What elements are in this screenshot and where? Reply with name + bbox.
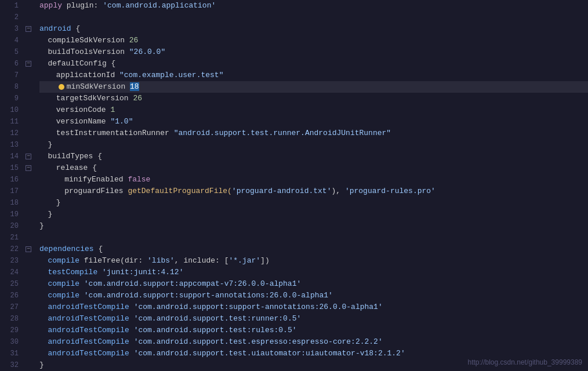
fold-icon[interactable]: − <box>26 246 31 252</box>
code-token: apply <box>39 0 62 12</box>
fold-gutter-cell <box>23 128 34 139</box>
fold-gutter-cell <box>23 116 34 128</box>
fold-icon[interactable]: − <box>26 154 31 159</box>
code-line: androidTestCompile 'com.android.support.… <box>39 325 588 336</box>
code-token: '*.jar' <box>228 255 260 267</box>
code-line: proguardFiles getDefaultProguardFile('pr… <box>39 186 588 197</box>
fold-icon[interactable]: − <box>26 26 31 32</box>
code-token: 'proguard-android.txt' <box>232 186 332 197</box>
code-content-area: apply plugin: 'com.android.application'a… <box>34 0 588 371</box>
code-token: compile <box>48 255 79 267</box>
code-token: { <box>94 243 103 255</box>
code-line: androidTestCompile 'com.android.support.… <box>39 336 588 348</box>
code-token: 'com.android.support:support-annotations… <box>84 290 333 301</box>
code-token: } <box>56 197 61 209</box>
line-number: 7 <box>0 70 19 81</box>
fold-gutter-cell <box>23 197 34 209</box>
code-token: androidTestCompile <box>48 336 129 348</box>
code-line: minifyEnabled false <box>39 174 588 186</box>
fold-gutter-cell <box>23 70 34 81</box>
line-number: 14 <box>0 151 19 162</box>
code-token: } <box>39 220 44 232</box>
code-line: } <box>39 209 588 220</box>
code-token: 'junit:junit:4.12' <box>102 267 183 278</box>
code-token: "26.0.0" <box>125 46 165 58</box>
code-token: "com.example.user.test" <box>115 70 223 81</box>
fold-gutter-cell <box>23 232 34 243</box>
code-line: defaultConfig { <box>39 58 588 70</box>
code-token: getDefaultProguardFile( <box>124 186 232 197</box>
line-number: 15 <box>0 162 19 174</box>
line-number: 8 <box>0 81 19 93</box>
code-token: 'com.android.support.test.uiautomator:ui… <box>134 348 405 359</box>
code-token: fileTree(dir: <box>79 255 147 267</box>
code-token: dependencies <box>39 243 94 255</box>
fold-gutter-cell <box>23 35 34 46</box>
code-token <box>129 348 134 359</box>
code-token: } <box>39 359 44 371</box>
code-line: dependencies { <box>39 243 588 255</box>
fold-gutter-cell: − <box>23 58 34 70</box>
code-line: versionCode 1 <box>39 104 588 116</box>
code-token: { <box>93 151 102 162</box>
fold-gutter-cell <box>23 81 34 93</box>
breakpoint-indicator <box>59 84 64 90</box>
code-token: testCompile <box>48 267 97 278</box>
code-token: { <box>88 162 97 174</box>
fold-gutter-cell <box>23 313 34 325</box>
code-line: testCompile 'junit:junit:4.12' <box>39 267 588 278</box>
code-line: targetSdkVersion 26 <box>39 93 588 104</box>
line-number: 29 <box>0 325 19 336</box>
code-line: compileSdkVersion 26 <box>39 35 588 46</box>
code-line: minSdkVersion 18 <box>39 81 588 93</box>
fold-gutter-area: −−−−− <box>23 0 34 371</box>
code-token: androidTestCompile <box>48 325 129 336</box>
line-number: 30 <box>0 336 19 348</box>
code-token: minSdkVersion <box>67 81 125 93</box>
code-token: release <box>56 162 88 174</box>
code-line: compile 'com.android.support:appcompat-v… <box>39 278 588 290</box>
code-token: compile <box>48 278 79 290</box>
code-token: false <box>124 174 151 186</box>
code-token: 'libs' <box>147 255 175 267</box>
fold-gutter-cell: − <box>23 23 34 35</box>
code-token: 'com.android.support.test:runner:0.5' <box>134 313 302 325</box>
line-number: 27 <box>0 301 19 313</box>
line-number: 9 <box>0 93 19 104</box>
code-token <box>79 278 84 290</box>
fold-gutter-cell <box>23 209 34 220</box>
line-number: 22 <box>0 243 19 255</box>
line-number: 25 <box>0 278 19 290</box>
code-token: testInstrumentationRunner <box>56 128 169 139</box>
code-token: proguardFiles <box>64 186 123 197</box>
code-line: androidTestCompile 'com.android.support:… <box>39 301 588 313</box>
fold-gutter-cell <box>23 93 34 104</box>
code-line: apply plugin: 'com.android.application' <box>39 0 588 12</box>
code-token: { <box>71 23 81 35</box>
fold-icon[interactable]: − <box>26 61 31 67</box>
line-number: 10 <box>0 104 19 116</box>
line-number: 32 <box>0 359 19 371</box>
code-token <box>129 336 134 348</box>
code-token: 'com.android.support:support-annotations… <box>134 301 383 313</box>
fold-gutter-cell <box>23 220 34 232</box>
line-number: 23 <box>0 255 19 267</box>
fold-gutter-cell <box>23 267 34 278</box>
fold-gutter-cell <box>23 186 34 197</box>
line-number: 31 <box>0 348 19 359</box>
code-token: } <box>48 209 52 220</box>
code-token: targetSdkVersion <box>56 93 129 104</box>
code-line: versionName "1.0" <box>39 116 588 128</box>
line-number: 24 <box>0 267 19 278</box>
line-number: 28 <box>0 313 19 325</box>
code-token: 'com.android.support.test.espresso:espre… <box>134 336 383 348</box>
line-number: 1 <box>0 0 19 12</box>
code-line: release { <box>39 162 588 174</box>
code-line: buildTypes { <box>39 151 588 162</box>
code-line: } <box>39 139 588 151</box>
code-token <box>129 301 134 313</box>
fold-icon[interactable]: − <box>26 165 31 171</box>
line-number: 3 <box>0 23 19 35</box>
line-number: 13 <box>0 139 19 151</box>
fold-gutter-cell <box>23 46 34 58</box>
